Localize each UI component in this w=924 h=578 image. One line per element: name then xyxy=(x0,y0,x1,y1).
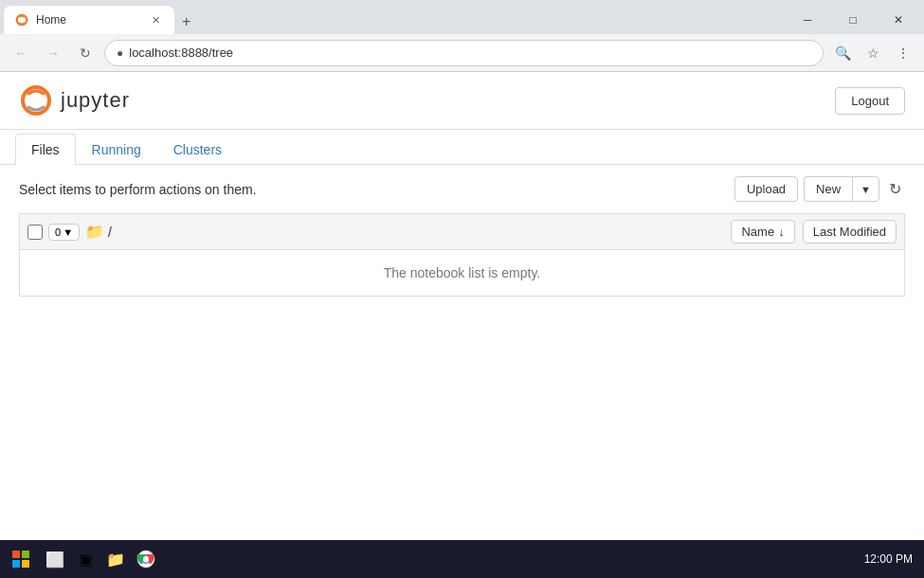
url-text: localhost:8888/tree xyxy=(129,45,811,60)
file-list-empty: The notebook list is empty. xyxy=(19,249,905,297)
browser-tab-home: Home ✕ xyxy=(4,6,174,34)
jupyter-logo: jupyter xyxy=(19,83,130,117)
window-controls: ─ □ ✕ xyxy=(786,6,924,34)
taskbar-chrome-button[interactable] xyxy=(133,546,159,572)
name-sort-label: Name xyxy=(741,225,774,239)
svg-point-9 xyxy=(143,556,149,562)
menu-button[interactable]: ⋮ xyxy=(890,40,916,66)
page-content: jupyter Logout Files Running Clusters Se… xyxy=(0,72,924,540)
folder-icon: 📁 xyxy=(85,223,104,241)
select-all-dropdown[interactable]: 0 ▼ xyxy=(48,224,80,241)
tab-title: Home xyxy=(36,13,66,27)
refresh-files-button[interactable]: ↻ xyxy=(885,176,905,202)
forward-button[interactable]: → xyxy=(40,40,66,66)
lock-icon: ● xyxy=(117,46,123,60)
toolbar-actions: Upload New ▼ ↻ xyxy=(734,176,905,202)
file-list-header-right: Name ↓ Last Modified xyxy=(731,220,897,244)
breadcrumb: 📁 / xyxy=(85,223,112,241)
taskbar-files-button[interactable]: 📁 xyxy=(102,546,129,572)
svg-rect-4 xyxy=(12,560,20,568)
minimize-button[interactable]: ─ xyxy=(786,6,829,34)
jupyter-tabs: Files Running Clusters xyxy=(0,134,924,165)
tab-bar: Home ✕ + ─ □ ✕ xyxy=(0,0,924,34)
taskbar-time: 12:00 PM xyxy=(864,552,913,566)
file-browser-toolbar: Select items to perform actions on them.… xyxy=(19,176,905,202)
search-icon-button[interactable]: 🔍 xyxy=(829,40,856,66)
bookmark-button[interactable]: ☆ xyxy=(860,40,886,66)
browser-window: Home ✕ + ─ □ ✕ ← → ↻ ● localhost:8888/tr… xyxy=(0,0,924,578)
tab-favicon xyxy=(15,13,28,27)
url-bar[interactable]: ● localhost:8888/tree xyxy=(104,40,824,66)
file-list-header-left: 0 ▼ 📁 / xyxy=(27,223,731,241)
taskbar-search-button[interactable]: ⬜ xyxy=(42,546,68,572)
jupyter-logo-icon xyxy=(19,83,53,117)
tab-close-button[interactable]: ✕ xyxy=(148,12,163,27)
close-button[interactable]: ✕ xyxy=(877,6,920,34)
dropdown-caret-icon: ▼ xyxy=(63,226,73,238)
select-all-checkbox[interactable] xyxy=(27,225,43,240)
svg-rect-5 xyxy=(22,560,29,568)
new-button-caret[interactable]: ▼ xyxy=(852,176,879,202)
file-browser: Select items to perform actions on them.… xyxy=(0,165,924,308)
breadcrumb-path: / xyxy=(108,225,112,240)
new-tab-button[interactable]: + xyxy=(174,9,198,34)
back-button[interactable]: ← xyxy=(8,40,34,66)
svg-rect-3 xyxy=(22,551,29,558)
file-list-header: 0 ▼ 📁 / Name ↓ Last Modified xyxy=(19,213,905,249)
logout-button[interactable]: Logout xyxy=(835,87,905,115)
sort-arrow-icon: ↓ xyxy=(778,225,785,239)
jupyter-header: jupyter Logout xyxy=(0,72,924,130)
last-modified-button[interactable]: Last Modified xyxy=(803,220,897,244)
address-bar: ← → ↻ ● localhost:8888/tree 🔍 ☆ ⋮ xyxy=(0,34,924,72)
tab-files[interactable]: Files xyxy=(15,134,76,165)
new-button[interactable]: New xyxy=(804,176,852,202)
refresh-button[interactable]: ↻ xyxy=(72,40,99,66)
tab-clusters[interactable]: Clusters xyxy=(157,134,238,165)
name-sort-button[interactable]: Name ↓ xyxy=(731,220,794,244)
taskbar-task-view-button[interactable]: ▣ xyxy=(72,546,99,572)
jupyter-logo-text: jupyter xyxy=(61,88,130,113)
tab-running[interactable]: Running xyxy=(76,134,157,165)
taskbar-start-button[interactable] xyxy=(4,542,38,576)
new-button-group: New ▼ xyxy=(804,176,879,202)
maximize-button[interactable]: □ xyxy=(831,6,875,34)
svg-rect-2 xyxy=(12,551,20,558)
windows-icon xyxy=(11,550,30,569)
select-items-text: Select items to perform actions on them. xyxy=(19,182,257,197)
empty-message: The notebook list is empty. xyxy=(384,265,540,280)
chrome-icon xyxy=(136,550,155,569)
toolbar-icons: 🔍 ☆ ⋮ xyxy=(829,40,916,66)
select-count: 0 xyxy=(55,226,61,238)
upload-button[interactable]: Upload xyxy=(734,176,798,202)
taskbar-right: 12:00 PM xyxy=(864,552,920,566)
taskbar: ⬜ ▣ 📁 12:00 PM xyxy=(0,540,924,578)
